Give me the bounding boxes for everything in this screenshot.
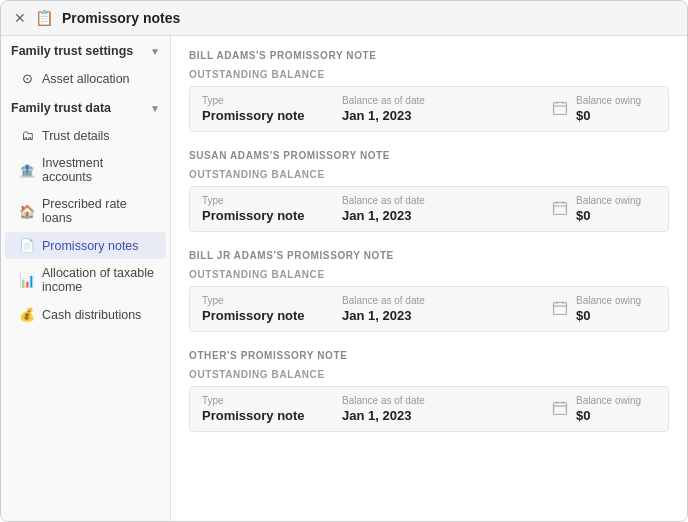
svg-rect-12 <box>554 402 567 414</box>
sidebar-item-investment-accounts[interactable]: 🏦 Investment accounts <box>5 150 166 190</box>
type-label-susan-adams: Type <box>202 195 342 206</box>
balance-cell-type-bill-adams: Type Promissory note <box>202 95 342 123</box>
balance-label-bill-jr-adams: OUTSTANDING BALANCE <box>189 269 669 280</box>
sidebar-item-label: Trust details <box>42 129 110 143</box>
person-section-others: OTHER'S PROMISSORY NOTE OUTSTANDING BALA… <box>189 350 669 432</box>
date-label-bill-jr-adams: Balance as of date <box>342 295 552 306</box>
date-value-bill-adams: Jan 1, 2023 <box>342 108 552 123</box>
balance-cell-date-others: Balance as of date Jan 1, 2023 <box>342 395 552 423</box>
balance-cell-type-others: Type Promissory note <box>202 395 342 423</box>
person-section-bill-adams: BILL ADAMS'S PROMISSORY NOTE OUTSTANDING… <box>189 50 669 132</box>
owing-value-others: $0 <box>576 408 656 423</box>
svg-rect-4 <box>554 202 567 214</box>
date-value-susan-adams: Jan 1, 2023 <box>342 208 552 223</box>
svg-rect-8 <box>554 302 567 314</box>
sidebar-item-cash-distributions[interactable]: 💰 Cash distributions <box>5 301 166 328</box>
balance-row-bill-adams: Type Promissory note Balance as of date … <box>189 86 669 132</box>
sidebar-item-promissory-notes[interactable]: 📄 Promissory notes <box>5 232 166 259</box>
sidebar-item-asset-allocation[interactable]: ⊙ Asset allocation <box>5 65 166 92</box>
svg-rect-0 <box>554 102 567 114</box>
sidebar-section-family-trust-settings[interactable]: Family trust settings ▼ <box>1 36 170 64</box>
owing-label-susan-adams: Balance owing <box>576 195 656 206</box>
type-value-bill-jr-adams: Promissory note <box>202 308 342 323</box>
balance-cell-date-susan-adams: Balance as of date Jan 1, 2023 <box>342 195 552 223</box>
chevron-down-icon: ▼ <box>150 46 160 57</box>
person-title-bill-adams: BILL ADAMS'S PROMISSORY NOTE <box>189 50 669 61</box>
main-content: Family trust settings ▼ ⊙ Asset allocati… <box>1 36 687 521</box>
date-value-others: Jan 1, 2023 <box>342 408 552 423</box>
content-area: BILL ADAMS'S PROMISSORY NOTE OUTSTANDING… <box>171 36 687 521</box>
owing-value-bill-adams: $0 <box>576 108 656 123</box>
balance-label-bill-adams: OUTSTANDING BALANCE <box>189 69 669 80</box>
balance-cell-owing-others: Balance owing $0 <box>576 395 656 423</box>
date-label-susan-adams: Balance as of date <box>342 195 552 206</box>
person-title-bill-jr-adams: BILL JR ADAMS'S PROMISSORY NOTE <box>189 250 669 261</box>
sidebar-item-label: Asset allocation <box>42 72 130 86</box>
owing-value-susan-adams: $0 <box>576 208 656 223</box>
sidebar: Family trust settings ▼ ⊙ Asset allocati… <box>1 36 171 521</box>
sidebar-item-label: Cash distributions <box>42 308 141 322</box>
balance-cell-type-bill-jr-adams: Type Promissory note <box>202 295 342 323</box>
titlebar-icon: 📋 <box>35 9 54 27</box>
app-window: ✕ 📋 Promissory notes Family trust settin… <box>0 0 688 522</box>
type-value-susan-adams: Promissory note <box>202 208 342 223</box>
type-label-bill-jr-adams: Type <box>202 295 342 306</box>
cash-distributions-icon: 💰 <box>19 307 35 322</box>
owing-label-bill-jr-adams: Balance owing <box>576 295 656 306</box>
balance-row-bill-jr-adams: Type Promissory note Balance as of date … <box>189 286 669 332</box>
sidebar-item-prescribed-rate-loans[interactable]: 🏠 Prescribed rate loans <box>5 191 166 231</box>
person-section-bill-jr-adams: BILL JR ADAMS'S PROMISSORY NOTE OUTSTAND… <box>189 250 669 332</box>
person-section-susan-adams: SUSAN ADAMS'S PROMISSORY NOTE OUTSTANDIN… <box>189 150 669 232</box>
titlebar-title: Promissory notes <box>62 10 180 26</box>
calendar-icon-bill-adams[interactable] <box>552 100 568 119</box>
owing-label-others: Balance owing <box>576 395 656 406</box>
sidebar-item-label: Investment accounts <box>42 156 156 184</box>
prescribed-rate-loans-icon: 🏠 <box>19 204 35 219</box>
asset-allocation-icon: ⊙ <box>19 71 35 86</box>
close-button[interactable]: ✕ <box>13 11 27 25</box>
sidebar-item-label: Allocation of taxable income <box>42 266 156 294</box>
sidebar-section-label: Family trust settings <box>11 44 133 58</box>
balance-cell-owing-bill-adams: Balance owing $0 <box>576 95 656 123</box>
type-value-bill-adams: Promissory note <box>202 108 342 123</box>
calendar-icon-others[interactable] <box>552 400 568 419</box>
balance-cell-owing-susan-adams: Balance owing $0 <box>576 195 656 223</box>
allocation-icon: 📊 <box>19 273 35 288</box>
owing-value-bill-jr-adams: $0 <box>576 308 656 323</box>
date-label-others: Balance as of date <box>342 395 552 406</box>
date-label-bill-adams: Balance as of date <box>342 95 552 106</box>
investment-accounts-icon: 🏦 <box>19 163 35 178</box>
titlebar: ✕ 📋 Promissory notes <box>1 1 687 36</box>
balance-cell-owing-bill-jr-adams: Balance owing $0 <box>576 295 656 323</box>
balance-cell-type-susan-adams: Type Promissory note <box>202 195 342 223</box>
owing-label-bill-adams: Balance owing <box>576 95 656 106</box>
sidebar-section-family-trust-data[interactable]: Family trust data ▼ <box>1 93 170 121</box>
calendar-icon-bill-jr-adams[interactable] <box>552 300 568 319</box>
balance-label-susan-adams: OUTSTANDING BALANCE <box>189 169 669 180</box>
calendar-icon-susan-adams[interactable] <box>552 200 568 219</box>
promissory-notes-icon: 📄 <box>19 238 35 253</box>
sidebar-item-label: Promissory notes <box>42 239 139 253</box>
person-title-others: OTHER'S PROMISSORY NOTE <box>189 350 669 361</box>
type-label-others: Type <box>202 395 342 406</box>
sidebar-item-trust-details[interactable]: 🗂 Trust details <box>5 122 166 149</box>
trust-details-icon: 🗂 <box>19 128 35 143</box>
balance-cell-date-bill-adams: Balance as of date Jan 1, 2023 <box>342 95 552 123</box>
persons-container: BILL ADAMS'S PROMISSORY NOTE OUTSTANDING… <box>171 36 687 464</box>
balance-label-others: OUTSTANDING BALANCE <box>189 369 669 380</box>
balance-row-susan-adams: Type Promissory note Balance as of date … <box>189 186 669 232</box>
balance-cell-date-bill-jr-adams: Balance as of date Jan 1, 2023 <box>342 295 552 323</box>
type-value-others: Promissory note <box>202 408 342 423</box>
chevron-down-icon: ▼ <box>150 103 160 114</box>
balance-row-others: Type Promissory note Balance as of date … <box>189 386 669 432</box>
person-title-susan-adams: SUSAN ADAMS'S PROMISSORY NOTE <box>189 150 669 161</box>
sidebar-item-label: Prescribed rate loans <box>42 197 156 225</box>
sidebar-item-allocation-of-taxable-income[interactable]: 📊 Allocation of taxable income <box>5 260 166 300</box>
type-label-bill-adams: Type <box>202 95 342 106</box>
sidebar-section-label: Family trust data <box>11 101 111 115</box>
date-value-bill-jr-adams: Jan 1, 2023 <box>342 308 552 323</box>
